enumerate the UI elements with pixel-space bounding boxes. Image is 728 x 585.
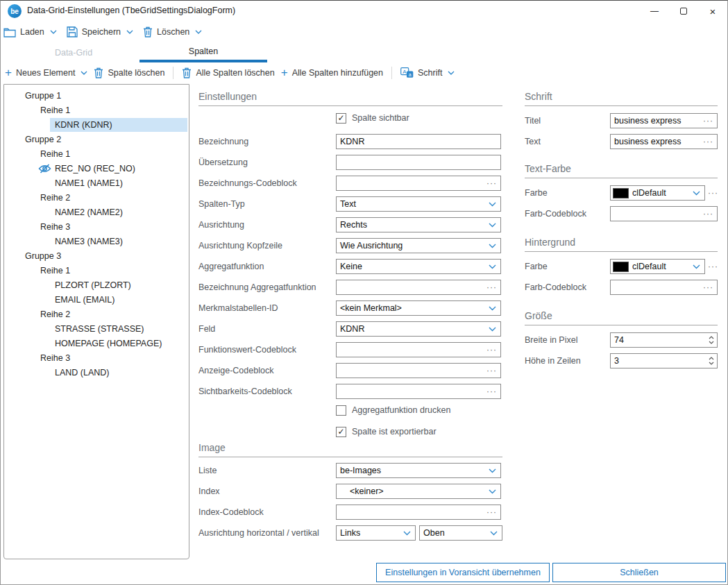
ellipsis-button[interactable]: ···	[700, 114, 717, 128]
spalten-typ-select[interactable]: Text	[336, 196, 501, 212]
merkmalstabellen-id-select[interactable]: <kein Merkmal>	[336, 300, 501, 316]
ausrichtung-horizontal-select[interactable]: Links	[336, 525, 416, 541]
tree-item-strasse[interactable]: STRASSE (STRASSE)	[4, 321, 189, 336]
field-row-ausrichtung: Ausrichtung Rechts	[198, 217, 502, 232]
tab-spalten[interactable]: Spalten	[139, 42, 267, 62]
columns-toolbar: + Neues Element Spalte löschen Alle Spal…	[5, 64, 455, 82]
field-label: Merkmalstabellen-ID	[198, 300, 278, 316]
chevron-down-icon	[489, 223, 496, 228]
ausrichtung-vertikal-select[interactable]: Oben	[419, 525, 502, 541]
spalte-loeschen-button[interactable]: Spalte löschen	[94, 67, 164, 78]
schliessen-button[interactable]: Schließen	[552, 563, 726, 582]
app-logo-icon: be	[8, 4, 22, 18]
tree-item-email[interactable]: EMAIL (EMAIL)	[4, 292, 189, 307]
tree-item-name2[interactable]: NAME2 (NAME2)	[4, 205, 189, 219]
spinner-buttons[interactable]	[709, 357, 714, 365]
text-farb-codeblock-input[interactable]: ···	[610, 206, 718, 221]
ellipsis-button[interactable]: ···	[708, 185, 718, 201]
tree-item-gruppe-1[interactable]: Gruppe 1	[4, 88, 189, 103]
hoehe-spinner[interactable]: 3	[610, 353, 718, 368]
input-value: business express	[611, 137, 700, 146]
alle-spalten-loeschen-label: Alle Spalten löschen	[196, 68, 274, 78]
alle-spalten-loeschen-button[interactable]: Alle Spalten löschen	[182, 67, 274, 78]
ellipsis-button[interactable]: ···	[483, 384, 500, 398]
liste-select[interactable]: be-Images	[336, 463, 501, 478]
select-value: Text	[337, 199, 486, 209]
field-row-bezeichnungs-codeblock: Bezeichnungs-Codeblock ···	[198, 176, 502, 191]
uebersetzung-input[interactable]	[336, 155, 501, 170]
ellipsis-button[interactable]: ···	[483, 176, 500, 190]
loeschen-button[interactable]: Löschen	[143, 26, 202, 37]
feld-select[interactable]: KDNR	[336, 321, 501, 337]
tree-item-reihe-3[interactable]: Reihe 3	[4, 350, 189, 365]
field-row-liste: Liste be-Images	[198, 463, 502, 478]
tree-item-name3[interactable]: NAME3 (NAME3)	[4, 234, 189, 248]
ellipsis-button[interactable]: ···	[700, 280, 717, 294]
ellipsis-button[interactable]: ···	[700, 207, 717, 221]
laden-label: Laden	[20, 27, 44, 37]
tree-item-reihe-2[interactable]: Reihe 2	[4, 307, 189, 321]
ausrichtung-select[interactable]: Rechts	[336, 217, 501, 232]
tree-item-rec-no[interactable]: REC_NO (REC_NO)	[4, 161, 189, 176]
spinner-buttons[interactable]	[709, 336, 714, 344]
tree-item-label: Reihe 1	[40, 266, 70, 275]
tree-item-homepage[interactable]: HOMEPAGE (HOMEPAGE)	[4, 336, 189, 350]
tree-item-kdnr[interactable]: KDNR (KDNR)	[4, 117, 189, 132]
bezeichnungs-codeblock-input[interactable]: ···	[336, 176, 501, 191]
ellipsis-button[interactable]: ···	[483, 364, 500, 378]
ellipsis-button[interactable]: ···	[483, 280, 500, 294]
ellipsis-button[interactable]: ···	[483, 343, 500, 357]
tree-item-reihe-3[interactable]: Reihe 3	[4, 219, 189, 234]
speichern-button[interactable]: Speichern	[67, 26, 133, 37]
tree-item-name1[interactable]: NAME1 (NAME1)	[4, 176, 189, 190]
tree-item-reihe-2[interactable]: Reihe 2	[4, 190, 189, 205]
breite-spinner[interactable]: 74	[610, 332, 718, 348]
aggregatfunktion-select[interactable]: Keine	[336, 259, 501, 274]
hintergrund-farb-codeblock-input[interactable]: ···	[610, 280, 718, 295]
maximize-button[interactable]	[669, 1, 698, 22]
tree-item-reihe-1[interactable]: Reihe 1	[4, 146, 189, 161]
tree-item-reihe-1[interactable]: Reihe 1	[4, 103, 189, 117]
hintergrund-farbe-select[interactable]: clDefault	[610, 259, 705, 274]
bezeichnung-input[interactable]: KDNR	[336, 134, 501, 149]
aggregatfunktion-drucken-checkbox[interactable]: Aggregatfunktion drucken	[336, 404, 450, 416]
ellipsis-button[interactable]: ···	[483, 505, 500, 519]
bezeichnung-aggregatfunktion-input[interactable]: ···	[336, 280, 501, 295]
ausrichtung-kopfzeile-select[interactable]: Wie Ausrichtung	[336, 238, 501, 253]
titel-font-input[interactable]: business express···	[610, 113, 718, 128]
alle-spalten-hinzufuegen-button[interactable]: + Alle Spalten hinzufügen	[281, 67, 383, 78]
spalte-sichtbar-checkbox[interactable]: ✓ Spalte sichtbar	[336, 112, 409, 124]
field-label: Übersetzung	[198, 155, 248, 170]
checkbox-label: Aggregatfunktion drucken	[352, 405, 450, 415]
tab-bar: Data-Grid Spalten	[1, 42, 727, 62]
ellipsis-button[interactable]: ···	[700, 135, 717, 149]
text-farbe-select[interactable]: clDefault	[610, 185, 705, 201]
schrift-button[interactable]: Aa Schrift	[400, 67, 455, 78]
close-button[interactable]: ×	[698, 1, 727, 22]
spalte-exportierbar-checkbox[interactable]: ✓ Spalte ist exportierbar	[336, 425, 437, 438]
funktionswert-codeblock-input[interactable]: ···	[336, 342, 501, 357]
tree-item-gruppe-2[interactable]: Gruppe 2	[4, 132, 189, 146]
anzeige-codeblock-input[interactable]: ···	[336, 363, 501, 378]
field-row-titel: Titel business express···	[525, 113, 718, 128]
color-swatch	[613, 262, 629, 272]
field-label: Farb-Codeblock	[525, 206, 586, 221]
trash-icon	[94, 67, 103, 78]
neues-element-button[interactable]: + Neues Element	[5, 67, 87, 78]
tree-item-land[interactable]: LAND (LAND)	[4, 365, 189, 380]
apply-to-preview-button[interactable]: Einstellungen in Voransicht übernehmen	[376, 563, 550, 582]
tree-item-gruppe-3[interactable]: Gruppe 3	[4, 248, 189, 263]
save-icon	[67, 26, 78, 37]
tree-item-reihe-1[interactable]: Reihe 1	[4, 263, 189, 278]
index-select[interactable]: <keiner>	[336, 484, 501, 499]
laden-button[interactable]: Laden	[3, 27, 57, 37]
input-value: business express	[611, 116, 700, 126]
ellipsis-button[interactable]: ···	[708, 259, 718, 274]
chevron-down-icon	[448, 71, 455, 75]
index-codeblock-input[interactable]: ···	[336, 505, 501, 520]
minimize-button[interactable]: —	[640, 1, 669, 22]
tree-item-plzort[interactable]: PLZORT (PLZORT)	[4, 278, 189, 292]
tab-data-grid[interactable]: Data-Grid	[10, 42, 137, 62]
text-font-input[interactable]: business express···	[610, 134, 718, 149]
sichtbarkeits-codeblock-input[interactable]: ···	[336, 384, 501, 399]
